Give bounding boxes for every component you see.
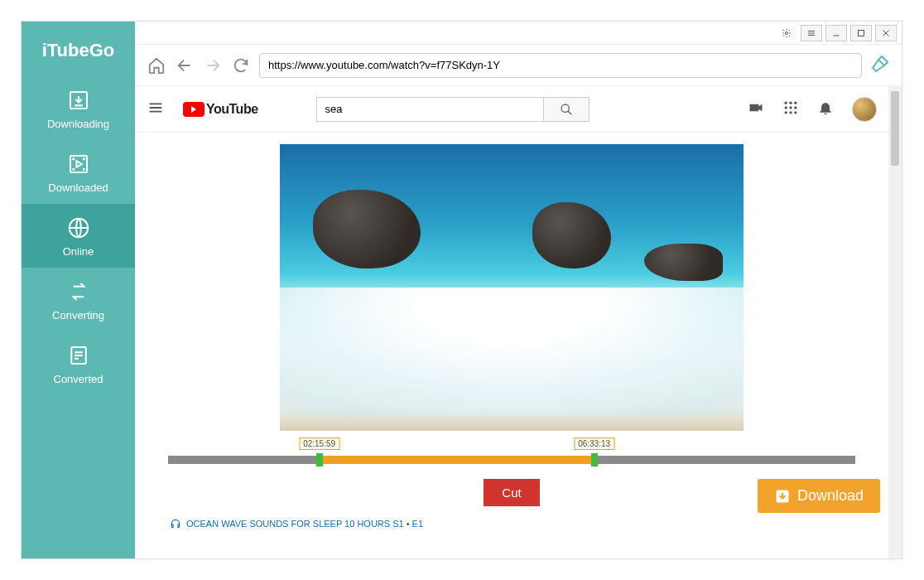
timeline-track[interactable] (168, 456, 855, 464)
reload-button[interactable] (231, 56, 251, 75)
youtube-search-button[interactable] (543, 97, 590, 122)
video-content (313, 190, 421, 268)
minimize-button[interactable] (825, 25, 847, 41)
download-button-label: Download (797, 487, 864, 505)
trim-end-handle[interactable] (591, 453, 598, 466)
maximize-button[interactable] (850, 25, 872, 41)
forward-button[interactable] (203, 56, 223, 75)
video-caption-text: OCEAN WAVE SOUNDS FOR SLEEP 10 HOURS S1 … (186, 519, 423, 529)
back-button[interactable] (175, 56, 195, 75)
main-area: YouTube (135, 22, 902, 558)
svg-rect-9 (859, 30, 864, 36)
svg-point-3 (83, 158, 84, 159)
svg-point-17 (785, 111, 787, 114)
video-content (644, 244, 723, 281)
svg-point-14 (785, 106, 787, 109)
svg-point-8 (786, 31, 788, 34)
video-content (532, 202, 611, 268)
minimize-icon (831, 28, 841, 38)
youtube-create-button[interactable] (748, 99, 764, 119)
video-caption-row[interactable]: OCEAN WAVE SOUNDS FOR SLEEP 10 HOURS S1 … (168, 515, 855, 529)
address-bar-row (135, 45, 902, 86)
sidebar-label: Downloaded (48, 181, 108, 194)
bell-icon (817, 99, 834, 116)
video-plus-icon (748, 99, 764, 116)
svg-point-11 (785, 101, 787, 104)
sidebar-item-converting[interactable]: Converting (22, 268, 135, 331)
sidebar-item-converted[interactable]: Converted (22, 331, 135, 395)
svg-point-19 (794, 111, 796, 114)
youtube-header: YouTube (135, 86, 888, 133)
trim-end-label: 06:33:13 (574, 437, 614, 450)
video-player[interactable] (280, 144, 744, 431)
svg-point-13 (794, 101, 796, 104)
svg-point-18 (789, 111, 792, 114)
globe-icon (66, 215, 91, 240)
svg-point-10 (561, 104, 569, 112)
svg-point-5 (83, 169, 84, 170)
home-icon (147, 56, 166, 75)
reload-icon (232, 56, 250, 75)
video-file-icon (66, 152, 91, 176)
sidebar-label: Downloading (47, 118, 109, 130)
youtube-play-icon (183, 102, 205, 117)
download-icon (774, 488, 791, 505)
headphones-icon (170, 518, 181, 529)
trim-start-label: 02:15:59 (299, 437, 339, 450)
youtube-logo[interactable]: YouTube (183, 102, 258, 117)
clear-button[interactable] (870, 54, 890, 77)
grid-icon (782, 99, 799, 116)
home-button[interactable] (147, 56, 166, 75)
video-content (280, 288, 744, 417)
download-button[interactable]: Download (758, 479, 880, 513)
youtube-menu-button[interactable] (147, 99, 165, 120)
svg-point-12 (789, 101, 792, 104)
sidebar: iTubeGo Downloading Downloaded Online Co… (22, 22, 135, 558)
youtube-header-icons (748, 97, 877, 122)
url-input[interactable] (259, 53, 862, 78)
browser-page: YouTube (135, 86, 888, 558)
cut-button[interactable]: Cut (484, 479, 539, 506)
arrow-left-icon (176, 56, 194, 75)
download-tray-icon (66, 88, 91, 113)
svg-point-15 (789, 106, 792, 109)
hamburger-icon (806, 28, 816, 38)
youtube-logo-text: YouTube (206, 102, 258, 117)
arrow-right-icon (204, 56, 222, 75)
timeline-selected-range (320, 456, 594, 464)
hamburger-icon (147, 99, 165, 117)
maximize-icon (856, 28, 866, 38)
sidebar-label: Online (63, 245, 94, 258)
youtube-avatar[interactable] (852, 97, 877, 122)
convert-icon (66, 279, 91, 304)
sidebar-label: Converted (54, 373, 103, 385)
close-icon (881, 28, 891, 38)
app-window: iTubeGo Downloading Downloaded Online Co… (21, 21, 902, 559)
menu-button[interactable] (801, 25, 822, 41)
youtube-search-input[interactable] (316, 97, 543, 122)
gear-icon (782, 28, 792, 38)
sidebar-item-downloaded[interactable]: Downloaded (22, 140, 135, 204)
youtube-search (316, 97, 590, 122)
content-wrap: YouTube (135, 86, 902, 558)
broom-icon (870, 54, 890, 74)
youtube-apps-button[interactable] (782, 99, 799, 119)
scroll-thumb[interactable] (891, 91, 899, 166)
trim-start-handle[interactable] (316, 453, 323, 466)
document-check-icon (66, 343, 91, 368)
action-buttons-row: Cut Download (168, 474, 855, 515)
video-area: 02:15:59 06:33:13 Cut Dow (135, 133, 888, 558)
trim-timeline: 02:15:59 06:33:13 (168, 431, 855, 474)
settings-button[interactable] (776, 25, 797, 41)
sidebar-item-online[interactable]: Online (22, 204, 135, 268)
search-icon (560, 103, 573, 116)
svg-point-16 (794, 106, 796, 109)
youtube-notifications-button[interactable] (817, 99, 834, 119)
sidebar-label: Converting (52, 309, 104, 321)
vertical-scrollbar[interactable] (888, 86, 902, 558)
svg-point-2 (73, 158, 74, 159)
close-button[interactable] (875, 25, 897, 41)
svg-point-4 (73, 169, 74, 170)
window-controls (135, 22, 902, 45)
sidebar-item-downloading[interactable]: Downloading (22, 76, 135, 140)
